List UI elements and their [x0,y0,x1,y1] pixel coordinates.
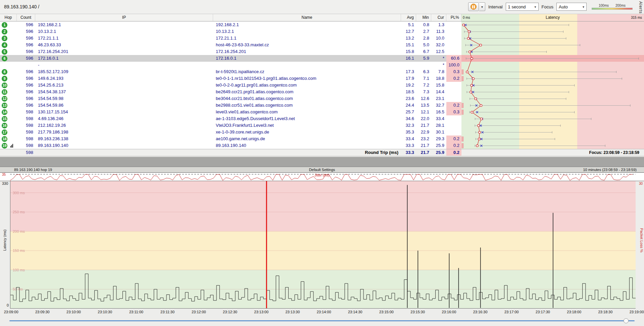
count-cell: 598 [17,142,35,149]
count-cell: 596 [17,35,35,42]
time-tick-label: 23:10:30 [98,310,112,314]
chevron-down-icon: ▾ [535,5,536,9]
avg-cell: 15.1 [401,42,416,48]
focus-select[interactable]: Auto ▾ [556,3,587,11]
table-row[interactable]: 3596172.21.1.1172.21.1.113.22.810.0 [0,35,644,42]
min-cell: 22.0 [416,115,431,122]
table-row[interactable]: 6596172.16.0.1172.16.0.116.15.9*60.6 [0,55,644,62]
col-header-hop[interactable]: Hop [0,14,17,21]
latency-cell [461,102,644,109]
timeline-settings-label[interactable]: Default Settings [309,167,335,172]
hop-badge: 8 [2,69,7,75]
col-header-latency[interactable]: 0 ms Latency 315 ms [461,14,644,21]
pause-menu-button[interactable]: ▾ [479,2,485,11]
cur-cell: 14.4 [431,89,446,95]
name-cell: 172.21.1.1 [213,35,401,42]
col-header-cur[interactable]: Cur [431,14,446,21]
ip-cell: 185.52.172.109 [35,68,213,75]
table-row[interactable]: 17598217.79.186.198xe-1-0-39.core.net.un… [0,129,644,135]
hop-badge: 18 [2,136,7,142]
pause-button[interactable] [468,2,479,11]
table-row[interactable]: 8596185.52.172.109br-t-5920t1.ispallianc… [0,68,644,75]
avg-cell: 16.1 [401,55,416,62]
min-cell: 2.7 [416,28,431,35]
timeline-range-label[interactable]: 10 minutes (23:08:59 - 23:18:59) [583,167,637,172]
table-row[interactable]: 155984.69.136.246ae-1-3103.edge5.Dusseld… [0,115,644,122]
latency-cell [461,122,644,129]
hop-cell: 15 [0,115,17,122]
name-cell: be2988.ccr51.vie01.atlas.cogentco.com [213,102,401,109]
footer-avg: 33.3 [401,149,416,156]
cur-cell: 25.9 [431,142,446,149]
table-row[interactable]: 9596149.6.24.193te0-0-1-1.nr11.b021543-1… [0,75,644,82]
count-cell: 598 [17,115,35,122]
time-tick-label: 23:12:00 [192,310,206,314]
timeline-scrollbar[interactable] [0,316,644,326]
table-row[interactable]: 1596192.168.2.1192.168.2.15.10.81.3 [0,21,644,28]
toolbar: 89.163.190.140 / ▾ Interval 1 second ▾ F… [0,0,644,14]
time-tick-label: 23:14:30 [348,310,362,314]
hop-cell: 1 [0,21,17,28]
latency-cell [461,135,644,142]
svg-text:50 ms: 50 ms [13,287,23,291]
ip-cell: 212.162.19.26 [35,122,213,129]
avg-cell [401,62,416,68]
table-row[interactable]: 1959889.163.190.14089.163.190.14033.321.… [0,142,644,149]
col-header-count[interactable]: Count [17,14,35,21]
table-row[interactable]: 11596154.54.38.137be2649.ccr21.prg01.atl… [0,89,644,95]
table-row[interactable]: 13596154.54.59.86be2988.ccr51.vie01.atla… [0,102,644,109]
table-row[interactable]: 10596154.25.6.213te0-0-2-0.agr11.prg01.a… [0,82,644,89]
table-row[interactable]: 16598212.162.19.26VtelJO3.Frankfurt1.Lev… [0,122,644,129]
name-cell: 89.163.190.140 [213,142,401,149]
cur-cell: 12.5 [431,48,446,55]
count-cell: 598 [17,109,35,115]
table-row[interactable]: 459646.23.63.33host-46-23-63-33.maxtel.c… [0,42,644,48]
table-row[interactable]: -*100.0 [0,62,644,68]
chevron-down-icon: ▾ [481,5,483,9]
pl-cell [446,28,461,35]
latency-cell [461,109,644,115]
col-header-ip[interactable]: IP [35,14,213,21]
table-row[interactable]: 5596172.16.254.201172.16.254.20115.86.71… [0,48,644,55]
col-header-name[interactable]: Name [213,14,401,21]
table-row[interactable]: 1859889.163.236.138ae100.game.net.unigs.… [0,135,644,142]
min-cell: 23.2 [416,135,431,142]
time-tick-label: 23:13:00 [254,310,268,314]
alerts-tab[interactable]: Alerts [638,1,643,14]
latency-gradient-bar [592,8,633,10]
count-cell [17,62,35,68]
jitter-strip: 35 Jitter (ms) [0,172,644,181]
scrollbar-knob[interactable] [624,318,629,323]
interval-select[interactable]: 1 second ▾ [506,3,539,11]
time-tick-label: 23:17:00 [504,310,519,314]
min-cell: 2.8 [416,35,431,42]
table-row[interactable]: 12596154.54.59.98be3044.ccr21.bts01.atla… [0,95,644,102]
count-cell: 596 [17,89,35,95]
avg-cell: 34.6 [401,115,416,122]
pl-cell: 60.6 [446,55,461,62]
ip-cell: - [35,62,213,68]
pane-splitter[interactable] [0,156,644,167]
avg-cell: 17.3 [401,68,416,75]
y-axis-max: 330 [2,181,8,185]
time-tick-label: 23:11:30 [160,310,175,314]
time-tick-label: 23:17:30 [536,310,550,314]
col-header-min[interactable]: Min [416,14,431,21]
min-cell: 5.0 [416,42,431,48]
col-header-avg[interactable]: Avg [401,14,416,21]
table-row[interactable]: 14598130.117.15.154level3.vie01.atlas.co… [0,109,644,115]
table-row[interactable]: 259610.13.2.110.13.2.112.72.711.3 [0,28,644,35]
graph-indicator-icon [10,144,13,148]
cur-cell: 11.3 [431,28,446,35]
cur-cell: 30.1 [431,129,446,135]
cur-cell: 32.7 [431,102,446,109]
ip-cell: 217.79.186.198 [35,129,213,135]
hop-badge: 9 [2,76,7,82]
min-cell: 13.5 [416,102,431,109]
min-cell [416,62,431,68]
latency-timeline-chart[interactable]: 300 ms250 ms200 ms150 ms100 ms50 ms 330 … [0,181,644,309]
col-header-pl[interactable]: PL% [446,14,461,21]
time-axis: 23:09:0023:09:3023:10:0023:10:3023:11:00… [0,309,644,316]
ip-cell: 149.6.24.193 [35,75,213,82]
scrollbar-track[interactable] [9,320,635,321]
